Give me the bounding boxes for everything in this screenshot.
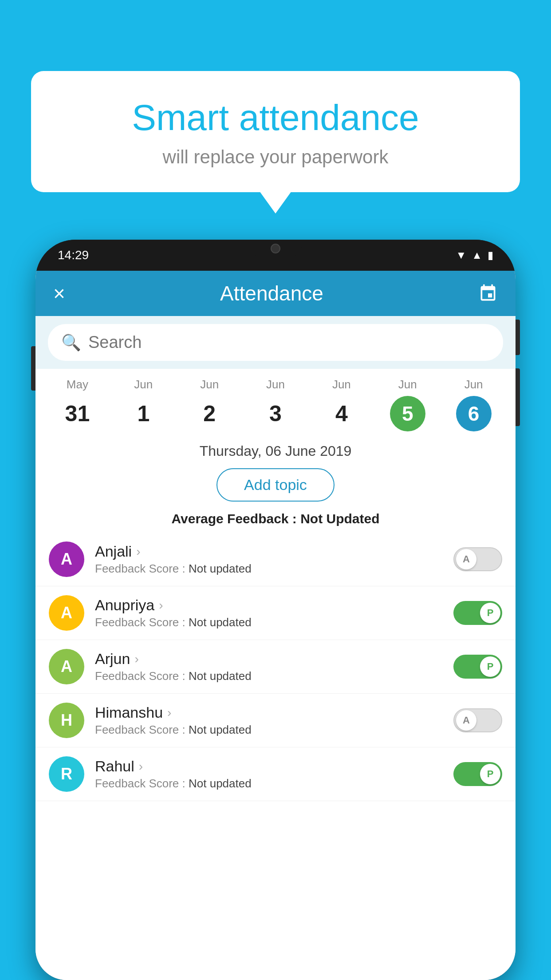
chevron-icon: ›	[159, 598, 163, 612]
date-item[interactable]: Jun5	[374, 378, 441, 431]
date-day[interactable]: 1	[126, 396, 161, 431]
avatar: A	[49, 649, 84, 684]
app-header: × Attendance	[35, 271, 516, 316]
attendance-toggle[interactable]: P	[453, 601, 502, 625]
bubble-title: Smart attendance	[53, 98, 498, 138]
attendance-toggle[interactable]: A	[453, 708, 502, 732]
student-info: Rahul ›Feedback Score : Not updated	[95, 758, 443, 790]
date-month: Jun	[266, 378, 285, 391]
student-name[interactable]: Anupriya ›	[95, 597, 443, 614]
status-icons: ▼ ▲ ▮	[456, 249, 493, 261]
search-container: 🔍	[35, 316, 516, 369]
student-name[interactable]: Anjali ›	[95, 543, 443, 560]
feedback-score: Feedback Score : Not updated	[95, 616, 443, 629]
add-topic-container: Add topic	[35, 464, 516, 508]
signal-icon: ▲	[472, 249, 482, 261]
feedback-score: Feedback Score : Not updated	[95, 723, 443, 737]
bubble-subtitle: will replace your paperwork	[53, 146, 498, 168]
date-strip: May31Jun1Jun2Jun3Jun4Jun5Jun6	[35, 369, 516, 436]
date-month: May	[67, 378, 88, 391]
avatar: A	[49, 541, 84, 577]
date-item[interactable]: Jun3	[243, 378, 309, 431]
battery-icon: ▮	[488, 249, 493, 261]
student-name[interactable]: Arjun ›	[95, 650, 443, 668]
date-month: Jun	[464, 378, 483, 391]
header-title: Attendance	[220, 281, 323, 305]
date-month: Jun	[332, 378, 351, 391]
add-topic-button[interactable]: Add topic	[216, 468, 335, 502]
search-bar[interactable]: 🔍	[48, 324, 503, 361]
date-month: Jun	[200, 378, 219, 391]
date-month: Jun	[134, 378, 153, 391]
toggle-switch[interactable]: P	[453, 762, 502, 786]
chevron-icon: ›	[139, 759, 143, 774]
toggle-knob: A	[456, 710, 476, 731]
toggle-switch[interactable]: P	[453, 601, 502, 625]
chevron-icon: ›	[167, 706, 171, 720]
date-item[interactable]: Jun4	[308, 378, 374, 431]
selected-date-text: Thursday, 06 June 2019	[200, 443, 352, 459]
chevron-icon: ›	[134, 652, 138, 666]
date-month: Jun	[398, 378, 417, 391]
student-info: Himanshu ›Feedback Score : Not updated	[95, 704, 443, 737]
toggle-knob: A	[456, 549, 476, 569]
date-day[interactable]: 4	[324, 396, 359, 431]
list-item[interactable]: AAnjali ›Feedback Score : Not updatedA	[35, 533, 516, 586]
avatar: H	[49, 703, 84, 738]
chevron-icon: ›	[136, 545, 140, 559]
calendar-icon[interactable]	[478, 284, 498, 303]
front-camera	[271, 244, 280, 253]
toggle-switch[interactable]: A	[453, 708, 502, 732]
date-info: Thursday, 06 June 2019	[35, 436, 516, 464]
toggle-switch[interactable]: P	[453, 655, 502, 679]
date-item[interactable]: Jun2	[177, 378, 243, 431]
student-name[interactable]: Himanshu ›	[95, 704, 443, 721]
phone-frame: 14:29 ▼ ▲ ▮ × Attendance 🔍 May31J	[35, 240, 516, 980]
student-info: Arjun ›Feedback Score : Not updated	[95, 650, 443, 683]
date-day[interactable]: 2	[192, 396, 227, 431]
feedback-score: Feedback Score : Not updated	[95, 777, 443, 790]
avg-feedback-text: Average Feedback : Not Updated	[171, 511, 379, 526]
avg-feedback: Average Feedback : Not Updated	[35, 508, 516, 533]
toggle-knob: P	[480, 603, 500, 623]
feedback-score: Feedback Score : Not updated	[95, 669, 443, 683]
student-info: Anjali ›Feedback Score : Not updated	[95, 543, 443, 576]
notch	[249, 240, 302, 257]
student-list: AAnjali ›Feedback Score : Not updatedAAA…	[35, 533, 516, 980]
close-button[interactable]: ×	[53, 283, 65, 304]
toggle-knob: P	[480, 656, 500, 677]
student-info: Anupriya ›Feedback Score : Not updated	[95, 597, 443, 629]
speech-bubble: Smart attendance will replace your paper…	[31, 71, 520, 192]
search-icon: 🔍	[61, 333, 81, 352]
list-item[interactable]: HHimanshu ›Feedback Score : Not updatedA	[35, 694, 516, 747]
feedback-score: Feedback Score : Not updated	[95, 562, 443, 576]
attendance-toggle[interactable]: P	[453, 762, 502, 786]
avatar: A	[49, 595, 84, 631]
toggle-switch[interactable]: A	[453, 547, 502, 571]
date-day[interactable]: 31	[59, 396, 95, 431]
toggle-knob: P	[480, 764, 500, 784]
app-screen: × Attendance 🔍 May31Jun1Jun2Jun3Jun4Jun5…	[35, 271, 516, 980]
list-item[interactable]: AArjun ›Feedback Score : Not updatedP	[35, 640, 516, 694]
status-time: 14:29	[58, 248, 89, 262]
list-item[interactable]: RRahul ›Feedback Score : Not updatedP	[35, 747, 516, 801]
date-item[interactable]: May31	[44, 378, 110, 431]
avatar: R	[49, 756, 84, 792]
date-day[interactable]: 6	[456, 396, 492, 431]
attendance-toggle[interactable]: A	[453, 547, 502, 571]
date-day[interactable]: 3	[258, 396, 293, 431]
student-name[interactable]: Rahul ›	[95, 758, 443, 775]
date-item[interactable]: Jun1	[110, 378, 177, 431]
wifi-icon: ▼	[456, 249, 466, 261]
attendance-toggle[interactable]: P	[453, 655, 502, 679]
date-item[interactable]: Jun6	[441, 378, 507, 431]
search-input[interactable]	[88, 333, 490, 352]
date-day[interactable]: 5	[390, 396, 425, 431]
list-item[interactable]: AAnupriya ›Feedback Score : Not updatedP	[35, 586, 516, 640]
